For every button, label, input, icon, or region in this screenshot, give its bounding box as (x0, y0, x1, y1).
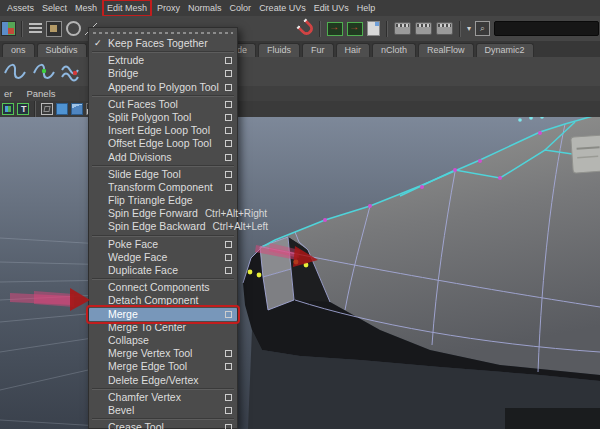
option-box-icon[interactable] (225, 57, 232, 64)
option-box-icon[interactable] (225, 70, 232, 77)
option-box-icon[interactable] (225, 241, 232, 248)
option-box-icon[interactable] (225, 254, 232, 261)
menu-item-merge-vertex-tool[interactable]: Merge Vertex Tool (89, 347, 237, 360)
menubar-item-color[interactable]: Color (226, 1, 256, 15)
duplicate-page-icon[interactable] (367, 21, 380, 36)
blue-square-icon[interactable] (56, 103, 68, 115)
checkmark-icon: ✓ (94, 37, 102, 50)
input-connection-icon[interactable] (327, 22, 343, 36)
edit-mesh-menu-items: ✓Keep Faces TogetherExtrudeBridgeAppend … (89, 37, 237, 429)
menubar-item-mesh[interactable]: Mesh (71, 1, 101, 15)
render-settings-icon[interactable] (436, 22, 453, 35)
text-tool-green-icon[interactable] (17, 103, 29, 115)
menu-item-insert-edge-loop-tool[interactable]: Insert Edge Loop Tool (89, 124, 237, 137)
snap-magnet-icon[interactable] (297, 19, 315, 37)
menu-item-spin-edge-backward[interactable]: Spin Edge BackwardCtrl+Alt+Left (89, 220, 237, 233)
shelf-tab-hair[interactable]: Hair (336, 43, 371, 57)
menu-item-detach-component[interactable]: Detach Component (89, 294, 237, 307)
menu-item-label: Bridge (108, 67, 138, 80)
menubar-item-create-uvs[interactable]: Create UVs (255, 1, 310, 15)
menubar-item-help[interactable]: Help (353, 1, 380, 15)
shelf-tab-subdivs[interactable]: Subdivs (37, 43, 87, 57)
option-box-icon[interactable] (225, 84, 232, 91)
menubar-item-edit-uvs[interactable]: Edit UVs (310, 1, 353, 15)
curve-tool-2-icon[interactable] (31, 60, 57, 84)
menu-item-connect-components[interactable]: Connect Components (89, 281, 237, 294)
curve-tool-1-icon[interactable] (2, 60, 28, 84)
menubar-item-assets[interactable]: Assets (3, 1, 38, 15)
option-box-icon[interactable] (225, 394, 232, 401)
menu-item-offset-edge-loop-tool[interactable]: Offset Edge Loop Tool (89, 137, 237, 150)
menu-item-shortcut: Ctrl+Alt+Left (212, 220, 268, 233)
shelf-tab-realflow[interactable]: RealFlow (418, 43, 474, 57)
shaded-cube-icon[interactable] (71, 103, 83, 115)
menu-item-add-divisions[interactable]: Add Divisions (89, 151, 237, 164)
menu-item-append-to-polygon-tool[interactable]: Append to Polygon Tool (89, 81, 237, 94)
snap-grid-green-icon[interactable] (2, 103, 14, 115)
menu-item-duplicate-face[interactable]: Duplicate Face (89, 264, 237, 277)
toolbar-left-group (2, 16, 97, 41)
menu-item-bridge[interactable]: Bridge (89, 67, 237, 80)
selected-vertex (248, 270, 253, 275)
circle-tool-icon[interactable] (66, 21, 81, 36)
field-chevron-icon[interactable]: ▾ (467, 24, 471, 34)
menu-item-merge-to-center[interactable]: Merge To Center (89, 321, 237, 334)
shelf-tab-fluids[interactable]: Fluids (258, 43, 300, 57)
menubar-item-proxy[interactable]: Proxy (153, 1, 184, 15)
menu-item-collapse[interactable]: Collapse (89, 334, 237, 347)
menu-item-bevel[interactable]: Bevel (89, 404, 237, 417)
option-box-icon[interactable] (225, 154, 232, 161)
menu-item-merge-edge-tool[interactable]: Merge Edge Tool (89, 360, 237, 373)
menubar-item-normals[interactable]: Normals (184, 1, 226, 15)
option-box-icon[interactable] (225, 127, 232, 134)
menu-item-merge[interactable]: Merge (89, 308, 237, 321)
quick-select-icon[interactable]: ⌕ (475, 21, 490, 36)
menu-item-chamfer-vertex[interactable]: Chamfer Vertex (89, 391, 237, 404)
option-box-icon[interactable] (225, 267, 232, 274)
menu-item-crease-tool[interactable]: Crease Tool (89, 421, 237, 429)
panel-menu-item-panels[interactable]: Panels (26, 88, 55, 99)
menubar-item-select[interactable]: Select (38, 1, 71, 15)
ipr-render-icon[interactable] (415, 22, 432, 35)
menu-item-wedge-face[interactable]: Wedge Face (89, 251, 237, 264)
menu-item-label: Merge (108, 308, 138, 321)
shelf-tab-ons[interactable]: ons (2, 43, 35, 57)
option-box-icon[interactable] (225, 424, 232, 429)
menu-item-extrude[interactable]: Extrude (89, 54, 237, 67)
option-box-icon[interactable] (225, 101, 232, 108)
menu-item-label: Insert Edge Loop Tool (108, 124, 210, 137)
render-view-icon[interactable] (394, 22, 411, 35)
menu-item-label: Extrude (108, 54, 144, 67)
menubar-item-edit-mesh[interactable]: Edit Mesh (102, 0, 152, 17)
menu-item-slide-edge-tool[interactable]: Slide Edge Tool (89, 168, 237, 181)
active-tool-icon[interactable] (46, 21, 62, 37)
status-input-field[interactable] (494, 21, 599, 36)
menu-item-split-polygon-tool[interactable]: Split Polygon Tool (89, 111, 237, 124)
option-box-icon[interactable] (225, 184, 232, 191)
shelf-tab-ncloth[interactable]: nCloth (372, 43, 416, 57)
menu-set-grid-icon[interactable] (2, 22, 15, 35)
menu-item-flip-triangle-edge[interactable]: Flip Triangle Edge (89, 194, 237, 207)
option-box-icon[interactable] (225, 407, 232, 414)
output-connection-icon[interactable] (347, 22, 363, 36)
menu-item-transform-component[interactable]: Transform Component (89, 181, 237, 194)
wire-cube-icon[interactable] (41, 103, 53, 115)
option-box-icon[interactable] (225, 114, 232, 121)
shelf-tab-dynamic2[interactable]: Dynamic2 (476, 43, 534, 57)
option-box-icon[interactable] (225, 311, 232, 318)
menu-item-keep-faces-together[interactable]: ✓Keep Faces Together (89, 37, 237, 50)
option-box-icon[interactable] (225, 171, 232, 178)
menu-item-delete-edge-vertex[interactable]: Delete Edge/Vertex (89, 374, 237, 387)
option-box-icon[interactable] (225, 140, 232, 147)
shelf-tab-fur[interactable]: Fur (302, 43, 334, 57)
option-box-icon[interactable] (225, 350, 232, 357)
menu-item-poke-face[interactable]: Poke Face (89, 238, 237, 251)
panel-menu-item-er[interactable]: er (4, 88, 12, 99)
option-box-icon[interactable] (225, 363, 232, 370)
menu-item-label: Detach Component (108, 294, 198, 307)
menu-tearoff-handle[interactable] (93, 31, 233, 35)
menu-item-spin-edge-forward[interactable]: Spin Edge ForwardCtrl+Alt+Right (89, 207, 237, 220)
history-lines-icon[interactable] (29, 23, 42, 34)
curve-tool-3-icon[interactable] (60, 60, 86, 84)
menu-item-cut-faces-tool[interactable]: Cut Faces Tool (89, 98, 237, 111)
